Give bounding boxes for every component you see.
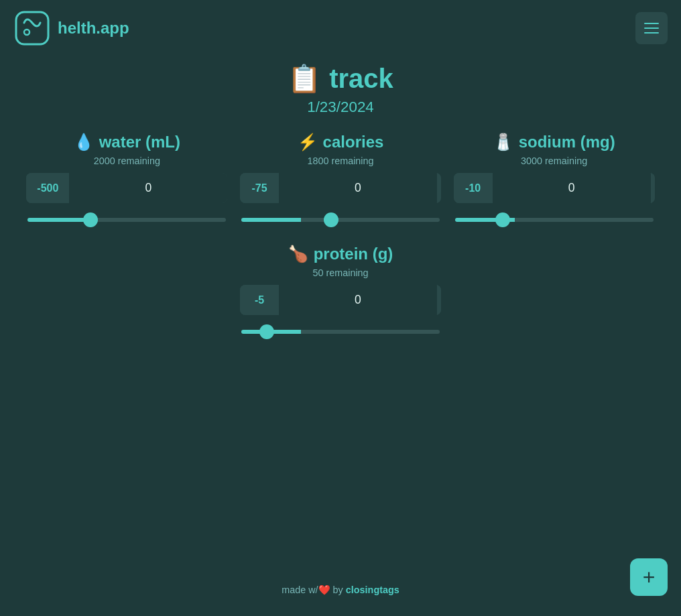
protein-remaining: 50 remaining: [312, 267, 368, 278]
water-icon: 💧: [74, 133, 94, 151]
water-tracker: 💧 water (mL) 2000 remaining -500 +500: [26, 133, 227, 225]
water-label: water (mL): [99, 133, 180, 151]
page-title-icon: 📋: [288, 63, 321, 95]
protein-tracker: 🍗 protein (g) 50 remaining -5 +5: [240, 245, 441, 336]
sodium-tracker: 🧂 sodium (mg) 3000 remaining -10 +10: [454, 133, 655, 225]
logo-icon: [13, 9, 51, 47]
sodium-label: sodium (mg): [519, 133, 615, 151]
sodium-title: 🧂 sodium (mg): [493, 133, 615, 151]
water-minus-button[interactable]: -500: [26, 173, 69, 203]
sodium-icon: 🧂: [493, 133, 513, 151]
protein-label: protein (g): [314, 245, 393, 263]
svg-point-1: [24, 29, 29, 35]
menu-line-3: [644, 32, 659, 34]
protein-slider[interactable]: [241, 330, 440, 334]
calories-label: calories: [323, 133, 384, 151]
top-trackers-row: 💧 water (mL) 2000 remaining -500 +500 ⚡ …: [0, 119, 681, 231]
protein-minus-button[interactable]: -5: [240, 285, 279, 315]
water-input[interactable]: [69, 173, 227, 203]
footer-heart: ❤️: [318, 584, 330, 595]
footer: made w/❤️ by closingtags: [0, 584, 681, 596]
logo-area: helth.app: [13, 9, 129, 47]
protein-plus-button[interactable]: +5: [437, 285, 441, 315]
menu-line-2: [644, 27, 659, 29]
menu-line-1: [644, 23, 659, 24]
page-title-area: 📋 track 1/23/2024: [0, 56, 681, 119]
footer-text-after: by: [330, 584, 346, 595]
sodium-remaining: 3000 remaining: [521, 156, 587, 166]
header: helth.app: [0, 0, 681, 56]
fab-add-button[interactable]: +: [630, 558, 668, 596]
water-title: 💧 water (mL): [74, 133, 180, 151]
calories-controls: -75 +75: [240, 173, 441, 203]
protein-title: 🍗 protein (g): [288, 245, 393, 263]
page-title-text: track: [329, 64, 393, 94]
footer-link[interactable]: closingtags: [346, 584, 399, 595]
protein-input[interactable]: [279, 285, 437, 315]
sodium-controls: -10 +10: [454, 173, 655, 203]
bottom-trackers-row: 🍗 protein (g) 50 remaining -5 +5: [0, 231, 681, 343]
page-date: 1/23/2024: [0, 99, 681, 116]
sodium-minus-button[interactable]: -10: [454, 173, 493, 203]
water-slider[interactable]: [27, 218, 226, 222]
logo-text: helth.app: [58, 19, 129, 38]
calories-slider[interactable]: [241, 218, 440, 222]
calories-input[interactable]: [279, 173, 437, 203]
calories-slider-container: [240, 212, 441, 225]
sodium-input[interactable]: [493, 173, 651, 203]
calories-icon: ⚡: [298, 133, 318, 151]
calories-title: ⚡ calories: [298, 133, 384, 151]
menu-button[interactable]: [635, 12, 668, 44]
protein-controls: -5 +5: [240, 285, 441, 315]
sodium-plus-button[interactable]: +10: [651, 173, 655, 203]
water-controls: -500 +500: [26, 173, 227, 203]
svg-rect-0: [16, 12, 48, 44]
protein-slider-container: [240, 324, 441, 336]
water-slider-container: [26, 212, 227, 225]
page-title: 📋 track: [0, 63, 681, 95]
water-remaining: 2000 remaining: [94, 156, 160, 166]
footer-text-before: made w/: [282, 584, 318, 595]
calories-remaining: 1800 remaining: [307, 156, 373, 166]
protein-icon: 🍗: [288, 245, 308, 263]
calories-plus-button[interactable]: +75: [437, 173, 441, 203]
sodium-slider[interactable]: [455, 218, 654, 222]
calories-tracker: ⚡ calories 1800 remaining -75 +75: [240, 133, 441, 225]
sodium-slider-container: [454, 212, 655, 225]
calories-minus-button[interactable]: -75: [240, 173, 279, 203]
